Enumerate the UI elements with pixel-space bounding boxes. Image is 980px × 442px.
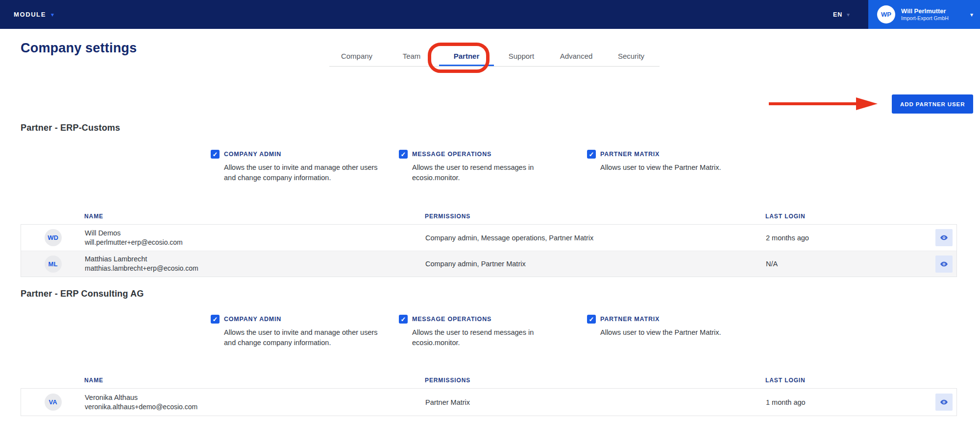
permission-label: MESSAGE OPERATIONS xyxy=(412,151,491,158)
section-title-erp-consulting: Partner - ERP Consulting AG xyxy=(21,289,144,299)
tab-advanced[interactable]: Advanced xyxy=(549,45,604,66)
permission-company-admin: COMPANY ADMIN Allows the user to invite … xyxy=(211,150,399,183)
permission-label: PARTNER MATRIX xyxy=(600,151,660,158)
navbar-right: EN ▾ WP Will Perlmutter Import-Export Gm… xyxy=(833,0,980,29)
eye-icon xyxy=(940,398,948,406)
table-header: NAME PERMISSIONS LAST LOGIN xyxy=(21,213,957,220)
person-name: Veronika Althaus xyxy=(85,393,425,402)
user-meta: Will Perlmutter Import-Export GmbH xyxy=(901,7,949,22)
company-admin-checkbox[interactable] xyxy=(211,315,220,324)
module-menu-label: MODULE xyxy=(14,11,46,18)
column-header-name: NAME xyxy=(84,213,425,220)
partner-matrix-checkbox[interactable] xyxy=(587,150,596,159)
permission-label: PARTNER MATRIX xyxy=(600,316,660,323)
avatar: WP xyxy=(877,5,895,23)
partner-users-table: WD Will Demos will.perlmutter+erp@ecosio… xyxy=(21,224,957,277)
section-title-erp-customs: Partner - ERP-Customs xyxy=(21,123,120,133)
user-name: Will Perlmutter xyxy=(901,7,949,15)
view-user-button[interactable] xyxy=(935,256,953,273)
name-cell: Veronika Althaus veronika.althaus+demo@e… xyxy=(85,393,425,411)
company-admin-checkbox[interactable] xyxy=(211,150,220,159)
column-header-last-login: LAST LOGIN xyxy=(765,377,908,384)
tab-team[interactable]: Team xyxy=(384,45,439,66)
user-company: Import-Export GmbH xyxy=(901,15,949,22)
person-email: will.perlmutter+erp@ecosio.com xyxy=(85,238,425,247)
table-row: WD Will Demos will.perlmutter+erp@ecosio… xyxy=(21,225,956,251)
top-navbar: MODULE ▾ EN ▾ WP Will Perlmutter Import-… xyxy=(0,0,980,29)
name-cell: Matthias Lambrecht matthias.lambrecht+er… xyxy=(85,255,425,273)
last-login-cell: 2 months ago xyxy=(766,234,908,242)
settings-tabs: Company Team Partner Support Advanced Se… xyxy=(329,45,660,67)
view-user-button[interactable] xyxy=(935,229,953,246)
avatar: WD xyxy=(45,229,62,246)
last-login-cell: N/A xyxy=(766,260,908,268)
permission-company-admin: COMPANY ADMIN Allows the user to invite … xyxy=(211,315,399,348)
permission-label: MESSAGE OPERATIONS xyxy=(412,316,491,323)
tab-support[interactable]: Support xyxy=(494,45,549,66)
permission-description: Allows the user to resend messages in ec… xyxy=(412,163,570,183)
partner-matrix-checkbox[interactable] xyxy=(587,315,596,324)
permission-description: Allows the user to invite and manage oth… xyxy=(224,327,382,348)
column-header-last-login: LAST LOGIN xyxy=(765,213,908,220)
permission-label: COMPANY ADMIN xyxy=(224,151,281,158)
module-menu[interactable]: MODULE ▾ xyxy=(14,11,54,18)
permission-partner-matrix: PARTNER MATRIX Allows user to view the P… xyxy=(587,150,775,183)
avatar: VA xyxy=(45,394,62,411)
person-email: veronika.althaus+demo@ecosio.com xyxy=(85,402,425,411)
eye-icon xyxy=(940,233,948,242)
column-header-name: NAME xyxy=(84,377,425,384)
permissions-row: COMPANY ADMIN Allows the user to invite … xyxy=(211,150,960,183)
annotation-arrow-icon xyxy=(766,95,880,113)
person-name: Will Demos xyxy=(85,229,425,238)
table-row: VA Veronika Althaus veronika.althaus+dem… xyxy=(21,389,956,416)
permission-message-operations: MESSAGE OPERATIONS Allows the user to re… xyxy=(399,315,587,348)
eye-icon xyxy=(940,260,948,268)
chevron-down-icon: ▾ xyxy=(970,12,973,18)
permission-description: Allows user to view the Partner Matrix. xyxy=(600,327,758,338)
permission-description: Allows user to view the Partner Matrix. xyxy=(600,163,758,173)
permissions-cell: Partner Matrix xyxy=(425,398,766,406)
person-email: matthias.lambrecht+erp@ecosio.com xyxy=(85,264,425,273)
person-name: Matthias Lambrecht xyxy=(85,255,425,264)
page-title: Company settings xyxy=(21,41,137,56)
name-cell: Will Demos will.perlmutter+erp@ecosio.co… xyxy=(85,229,425,247)
permissions-cell: Company admin, Message operations, Partn… xyxy=(425,234,766,242)
column-header-permissions: PERMISSIONS xyxy=(425,377,765,384)
permission-partner-matrix: PARTNER MATRIX Allows user to view the P… xyxy=(587,315,775,348)
permission-description: Allows the user to invite and manage oth… xyxy=(224,163,382,183)
add-partner-user-button[interactable]: ADD PARTNER USER xyxy=(892,94,973,114)
message-operations-checkbox[interactable] xyxy=(399,150,408,159)
tab-security[interactable]: Security xyxy=(604,45,659,66)
avatar: ML xyxy=(45,256,62,273)
column-header-permissions: PERMISSIONS xyxy=(425,213,765,220)
chevron-down-icon: ▾ xyxy=(847,12,850,18)
permissions-cell: Company admin, Partner Matrix xyxy=(425,260,766,268)
language-selector[interactable]: EN ▾ xyxy=(833,11,850,18)
permissions-row: COMPANY ADMIN Allows the user to invite … xyxy=(211,315,960,348)
message-operations-checkbox[interactable] xyxy=(399,315,408,324)
permission-label: COMPANY ADMIN xyxy=(224,316,281,323)
table-header: NAME PERMISSIONS LAST LOGIN xyxy=(21,377,957,384)
permission-message-operations: MESSAGE OPERATIONS Allows the user to re… xyxy=(399,150,587,183)
tab-company[interactable]: Company xyxy=(329,45,384,66)
permission-description: Allows the user to resend messages in ec… xyxy=(412,327,570,348)
language-label: EN xyxy=(833,11,842,18)
last-login-cell: 1 month ago xyxy=(766,398,908,406)
view-user-button[interactable] xyxy=(935,394,953,411)
chevron-down-icon: ▾ xyxy=(51,12,54,18)
table-row: ML Matthias Lambrecht matthias.lambrecht… xyxy=(21,251,956,277)
partner-users-table: VA Veronika Althaus veronika.althaus+dem… xyxy=(21,388,957,416)
user-menu[interactable]: WP Will Perlmutter Import-Export GmbH ▾ xyxy=(868,0,980,29)
tab-partner[interactable]: Partner xyxy=(439,45,494,66)
